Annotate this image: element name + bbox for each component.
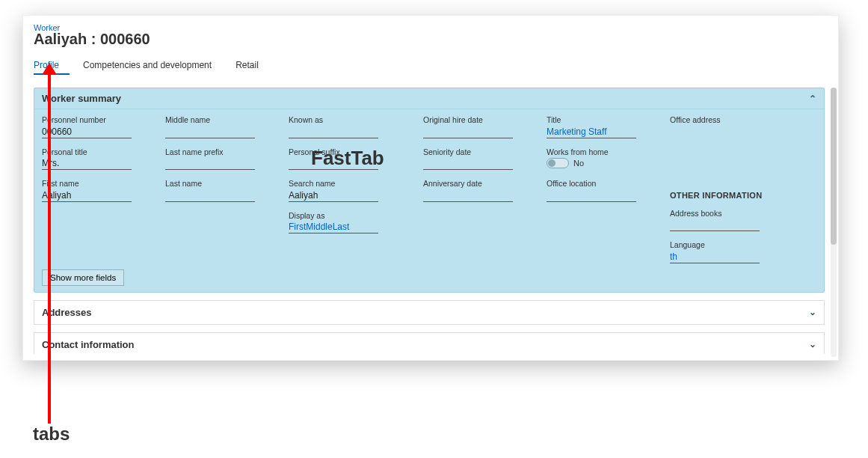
tab-strip: Profile Competencies and development Ret… [23,51,838,75]
title-select[interactable]: Marketing Staff [547,126,636,138]
label: First name [42,179,158,189]
main-content: Worker summary ⌃ Personnel number 000660… [34,88,825,354]
anniversary-input[interactable] [423,190,513,202]
toggle-value: No [573,159,584,168]
col-2: Middle name Last name prefix Last name [165,115,281,263]
search-name-input[interactable]: Aaliyah [289,190,378,202]
personnel-number-input[interactable]: 000660 [42,126,132,138]
works-from-home-toggle[interactable]: No [547,158,584,168]
toggle-knob [548,159,555,167]
form-header: Worker Aaliyah : 000660 [23,16,838,51]
chevron-up-icon: ⌃ [809,94,816,104]
fasttab-worker-summary: Worker summary ⌃ Personnel number 000660… [34,88,825,293]
label: Known as [289,115,416,125]
last-name-input[interactable] [165,190,255,202]
fasttab-addresses[interactable]: Addresses ⌄ [34,300,825,325]
field-office-address: Office address [670,115,797,125]
show-more-fields-button[interactable]: Show more fields [42,269,124,286]
label: Original hire date [423,115,539,125]
seniority-input[interactable] [423,158,513,170]
first-name-input[interactable]: Aaliyah [42,190,132,202]
field-known-as: Known as [289,115,416,138]
vertical-scrollbar[interactable] [831,88,837,357]
field-anniversary: Anniversary date [423,179,539,202]
field-personal-title: Personal title Mrs. [42,147,158,171]
scrollbar-thumb[interactable] [831,88,837,245]
fasttab-title: Worker summary [42,93,121,104]
annotation-tabs-label: tabs [33,424,70,445]
fasttab-body: Personnel number 000660 Personal title M… [34,109,824,263]
page-title: Aaliyah : 000660 [34,31,828,48]
original-hire-input[interactable] [423,126,513,138]
field-personnel-number: Personnel number 000660 [42,115,158,138]
label: Address books [670,209,797,219]
tab-competencies[interactable]: Competencies and development [83,55,222,75]
label: Search name [289,179,416,189]
other-information-header: OTHER INFORMATION [670,191,797,200]
chevron-down-icon: ⌄ [809,339,816,349]
field-address-books: Address books [670,209,797,232]
fasttab-header-worker-summary[interactable]: Worker summary ⌃ [34,88,824,109]
label: Works from home [547,147,662,157]
spacer [670,134,797,179]
language-select[interactable]: th [670,251,760,263]
field-last-name: Last name [165,179,281,202]
fasttab-contact-information[interactable]: Contact information ⌄ [34,332,825,354]
office-location-input[interactable] [547,190,636,202]
label: Title [547,115,662,125]
address-books-input[interactable] [670,219,760,231]
field-display-as: Display as FirstMiddleLast [289,211,416,234]
label: Last name [165,179,281,189]
field-title: Title Marketing Staff [547,115,662,138]
toggle-track [547,158,569,168]
label: Office location [547,179,662,189]
col-5: Title Marketing Staff Works from home No… [547,115,662,263]
tab-retail[interactable]: Retail [236,55,269,75]
field-last-name-prefix: Last name prefix [165,147,281,171]
label: Middle name [165,115,281,125]
col-1: Personnel number 000660 Personal title M… [42,115,158,263]
chevron-down-icon: ⌄ [809,307,816,317]
label: Office address [670,115,797,125]
last-name-prefix-input[interactable] [165,158,255,170]
field-middle-name: Middle name [165,115,281,138]
label: Anniversary date [423,179,539,189]
label: Language [670,240,797,250]
fasttab-title: Contact information [42,339,135,350]
col-4: Original hire date Seniority date Annive… [423,115,539,263]
field-search-name: Search name Aaliyah [289,179,416,202]
middle-name-input[interactable] [165,126,255,138]
field-original-hire: Original hire date [423,115,539,138]
field-first-name: First name Aaliyah [42,179,158,202]
known-as-input[interactable] [289,126,378,138]
label: Personal title [42,147,158,157]
display-as-select[interactable]: FirstMiddleLast [289,222,378,233]
field-language: Language th [670,240,797,263]
label: Seniority date [423,147,539,157]
field-works-from-home: Works from home No [547,147,662,171]
label: Personnel number [42,115,158,125]
label: Display as [289,211,416,221]
annotation-arrow [48,73,51,424]
col-6: Office address OTHER INFORMATION Address… [670,115,797,263]
personal-title-input[interactable]: Mrs. [42,158,132,170]
col-3: Known as Personal suffix Search name Aal… [289,115,416,263]
field-office-location: Office location [547,179,662,202]
worker-form: Worker Aaliyah : 000660 Profile Competen… [22,15,839,361]
annotation-fasttab-label: FastTab [311,147,384,170]
field-seniority: Seniority date [423,147,539,171]
label: Last name prefix [165,147,281,157]
